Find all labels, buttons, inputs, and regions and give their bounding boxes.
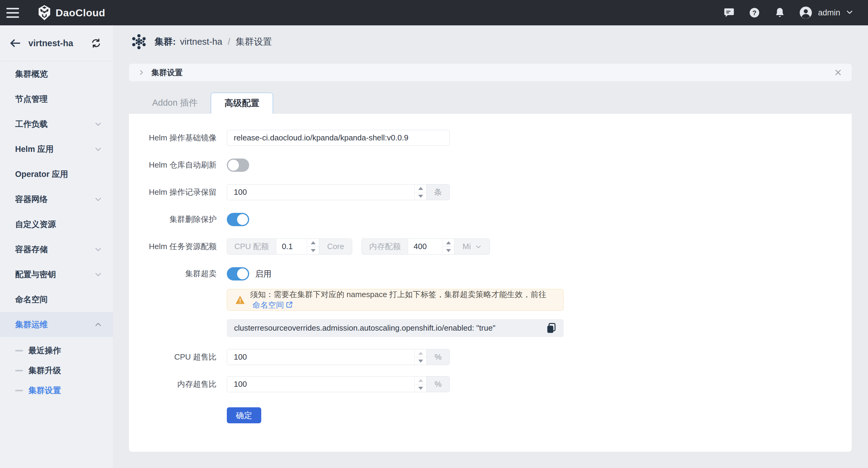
step-up-icon[interactable] bbox=[415, 376, 427, 384]
toggle-knob bbox=[237, 269, 248, 279]
brand-name: DaoCloud bbox=[56, 7, 105, 19]
breadcrumb-cluster-name[interactable]: virtnest-ha bbox=[180, 36, 222, 47]
oversell-label-codeblock: clusterresourceoverrides.admission.autos… bbox=[227, 319, 564, 337]
oversell-label: 集群超卖 bbox=[129, 269, 217, 279]
back-arrow-icon[interactable] bbox=[8, 36, 22, 50]
cpu-ratio-unit: % bbox=[427, 349, 450, 365]
chevron-down-icon bbox=[475, 243, 482, 250]
memory-unit-select[interactable]: Mi bbox=[454, 239, 489, 254]
page: DaoCloud ? admin bbox=[0, 0, 868, 468]
step-down-icon[interactable] bbox=[442, 246, 454, 254]
main-content: 集群: virtnest-ha / 集群设置 集群设置 Addon 插件 高级配… bbox=[113, 25, 868, 468]
messages-icon[interactable] bbox=[723, 7, 735, 19]
breadcrumb: 集群: virtnest-ha / 集群设置 bbox=[130, 33, 272, 51]
sidebar-menu: 集群概览 节点管理 工作负载 Helm 应用 Operator 应用 容器网络 … bbox=[0, 61, 113, 400]
helm-base-image-input[interactable] bbox=[227, 130, 450, 146]
oversell-notice: 须知：需要在集群下对应的 namespace 打上如下标签，集群超卖策略才能生效… bbox=[227, 289, 564, 311]
chevron-down-icon bbox=[94, 145, 102, 153]
cpu-quota-group: CPU 配额 Core bbox=[227, 239, 352, 254]
sidebar-item-namespaces[interactable]: 命名空间 bbox=[0, 287, 113, 312]
avatar-icon bbox=[799, 6, 812, 19]
mem-ratio-unit: % bbox=[427, 376, 450, 392]
oversell-toggle[interactable] bbox=[227, 267, 249, 281]
close-icon[interactable] bbox=[834, 68, 843, 77]
sidebar-item-cluster-upgrade[interactable]: 集群升级 bbox=[0, 361, 113, 380]
tab-advanced-config[interactable]: 高级配置 bbox=[211, 93, 273, 114]
tab-addon-plugins[interactable]: Addon 插件 bbox=[139, 93, 211, 113]
oversell-state-text: 启用 bbox=[255, 269, 272, 279]
mem-ratio-input[interactable] bbox=[227, 376, 414, 392]
sidebar-item-container-network[interactable]: 容器网络 bbox=[0, 187, 113, 212]
cpu-quota-input[interactable] bbox=[276, 239, 307, 254]
sidebar: virtnest-ha 集群概览 节点管理 工作负载 Helm 应用 Opera… bbox=[0, 25, 113, 468]
help-icon[interactable]: ? bbox=[748, 7, 761, 19]
daocloud-logo-icon bbox=[37, 5, 51, 21]
refresh-icon[interactable] bbox=[90, 37, 102, 49]
cpu-quota-prefix: CPU 配额 bbox=[227, 239, 276, 254]
sidebar-item-workloads[interactable]: 工作负载 bbox=[0, 112, 113, 136]
helm-record-keep-input[interactable] bbox=[227, 185, 414, 200]
memory-quota-prefix: 内存配额 bbox=[362, 239, 408, 254]
step-up-icon[interactable] bbox=[415, 185, 427, 192]
namespace-link[interactable]: 命名空间 bbox=[252, 301, 284, 310]
sidebar-item-helm-apps[interactable]: Helm 应用 bbox=[0, 136, 113, 161]
sidebar-item-cluster-overview[interactable]: 集群概览 bbox=[0, 61, 113, 86]
sidebar-item-cluster-ops[interactable]: 集群运维 bbox=[0, 312, 113, 337]
top-header: DaoCloud ? admin bbox=[0, 0, 868, 25]
step-down-icon[interactable] bbox=[415, 357, 427, 365]
helm-record-keep-group: 条 bbox=[227, 184, 450, 200]
copy-icon[interactable] bbox=[546, 322, 556, 334]
sidebar-item-cluster-settings[interactable]: 集群设置 bbox=[0, 380, 113, 400]
delete-protect-toggle[interactable] bbox=[227, 213, 249, 226]
row-helm-repo-refresh: Helm 仓库自动刷新 bbox=[129, 157, 852, 173]
dash-icon bbox=[15, 390, 23, 391]
submit-row: 确定 bbox=[227, 407, 852, 423]
svg-text:?: ? bbox=[753, 9, 757, 17]
external-link-icon[interactable] bbox=[286, 301, 293, 308]
chevron-down-icon bbox=[94, 271, 102, 278]
step-down-icon[interactable] bbox=[307, 246, 319, 254]
dash-icon bbox=[15, 350, 23, 351]
collapse-bar-label: 集群设置 bbox=[151, 67, 183, 78]
sidebar-item-node-management[interactable]: 节点管理 bbox=[0, 86, 113, 112]
step-up-icon[interactable] bbox=[442, 239, 454, 246]
notifications-bell-icon[interactable] bbox=[774, 7, 786, 19]
helm-repo-refresh-toggle[interactable] bbox=[227, 158, 249, 172]
chevron-down-icon bbox=[846, 8, 854, 17]
cpu-ratio-input[interactable] bbox=[227, 349, 414, 365]
memory-quota-input[interactable] bbox=[408, 239, 442, 254]
row-helm-base-image: Helm 操作基础镜像 bbox=[129, 130, 852, 146]
step-down-icon[interactable] bbox=[415, 384, 427, 392]
toggle-knob bbox=[228, 160, 239, 170]
chevron-down-icon bbox=[94, 120, 102, 128]
chevron-right-icon[interactable] bbox=[138, 69, 145, 76]
user-menu[interactable]: admin bbox=[799, 6, 854, 19]
breadcrumb-page: 集群设置 bbox=[236, 36, 272, 48]
step-up-icon[interactable] bbox=[415, 349, 427, 357]
helm-record-keep-label: Helm 操作记录保留 bbox=[129, 187, 217, 197]
brand-logo[interactable]: DaoCloud bbox=[37, 5, 105, 21]
stepper bbox=[307, 239, 319, 254]
stepper bbox=[414, 185, 427, 200]
settings-collapse-bar[interactable]: 集群设置 bbox=[129, 64, 852, 81]
row-delete-protect: 集群删除保护 bbox=[129, 211, 852, 227]
step-down-icon[interactable] bbox=[415, 192, 427, 200]
chevron-up-icon bbox=[94, 321, 102, 329]
username: admin bbox=[818, 8, 840, 18]
row-mem-ratio: 内存超售比 % bbox=[129, 376, 852, 392]
notice-text: 须知：需要在集群下对应的 namespace 打上如下标签，集群超卖策略才能生效… bbox=[250, 289, 555, 310]
row-helm-record-keep: Helm 操作记录保留 条 bbox=[129, 184, 852, 200]
sidebar-item-custom-resources[interactable]: 自定义资源 bbox=[0, 212, 113, 237]
step-up-icon[interactable] bbox=[307, 239, 319, 246]
chevron-down-icon bbox=[94, 246, 102, 253]
label-code-text: clusterresourceoverrides.admission.autos… bbox=[234, 323, 546, 333]
sidebar-item-container-storage[interactable]: 容器存储 bbox=[0, 237, 113, 262]
confirm-button[interactable]: 确定 bbox=[227, 407, 261, 423]
chevron-down-icon bbox=[94, 195, 102, 203]
helm-record-keep-unit: 条 bbox=[427, 185, 450, 200]
sidebar-item-config-secrets[interactable]: 配置与密钥 bbox=[0, 262, 113, 287]
sidebar-cluster-name: virtnest-ha bbox=[28, 38, 90, 48]
sidebar-item-operator-apps[interactable]: Operator 应用 bbox=[0, 161, 113, 187]
sidebar-item-recent-operations[interactable]: 最近操作 bbox=[0, 341, 113, 361]
hamburger-menu-icon[interactable] bbox=[0, 0, 25, 25]
